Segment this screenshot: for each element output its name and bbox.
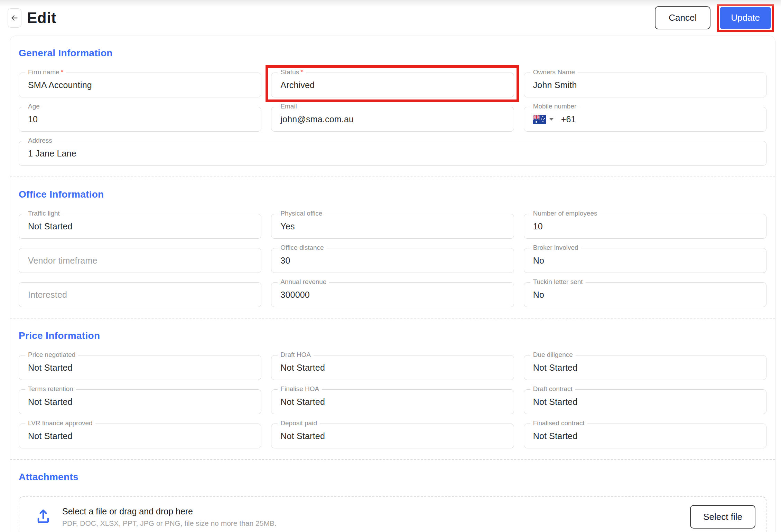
- field-label: Address: [25, 137, 55, 144]
- mobile-number-input[interactable]: Mobile number: [524, 107, 766, 132]
- firm-name-input[interactable]: Firm name* SMA Accounting: [19, 73, 261, 97]
- section-attachments: Attachments Select a file or drag and dr…: [10, 459, 775, 532]
- field-value: Not Started: [533, 431, 578, 441]
- update-button[interactable]: Update: [720, 7, 771, 29]
- required-asterisk: *: [61, 68, 63, 76]
- section-title: Price Information: [19, 330, 766, 341]
- field-label: Due diligence: [530, 351, 576, 359]
- section-office-information: Office Information Traffic light Not Sta…: [10, 177, 775, 318]
- edit-form-card: General Information Firm name* SMA Accou…: [10, 36, 775, 532]
- field-label: Owners Name: [530, 68, 578, 76]
- field-label: Deposit paid: [278, 419, 320, 427]
- field-label: Broker involved: [530, 244, 581, 251]
- section-title: Attachments: [19, 472, 766, 483]
- field-label: Price negotiated: [25, 351, 78, 359]
- due-diligence-input[interactable]: Due diligence Not Started: [524, 355, 766, 380]
- field-label: Terms retention: [25, 385, 76, 393]
- terms-retention-input[interactable]: Terms retention Not Started: [19, 389, 261, 414]
- field-label: LVR finance approved: [25, 419, 95, 427]
- age-input[interactable]: Age 10: [19, 107, 261, 132]
- field-label: Physical office: [278, 210, 325, 217]
- field-label: Mobile number: [530, 103, 579, 110]
- annual-revenue-input[interactable]: Annual revenue 300000: [271, 282, 514, 307]
- field-value: SMA Accounting: [28, 80, 92, 90]
- file-dropzone[interactable]: Select a file or drag and drop here PDF,…: [19, 496, 766, 532]
- field-value: John Smith: [533, 80, 577, 90]
- dial-code: +61: [561, 114, 576, 124]
- arrow-left-icon: [10, 13, 19, 22]
- field-label: Finalise HOA: [278, 385, 322, 393]
- dropzone-title: Select a file or drag and drop here: [62, 506, 277, 516]
- field-value: Not Started: [280, 431, 325, 441]
- field-label: Traffic light: [25, 210, 63, 217]
- field-label: Draft HOA: [278, 351, 314, 359]
- australia-flag-icon: [533, 115, 546, 124]
- office-distance-input[interactable]: Office distance 30: [271, 248, 514, 273]
- field-value: No: [533, 256, 544, 266]
- field-label: Age: [25, 103, 43, 110]
- required-asterisk: *: [300, 68, 303, 76]
- vendor-timeframe-input[interactable]: Vendor timeframe: [19, 248, 261, 273]
- draft-hoa-input[interactable]: Draft HOA Not Started: [271, 355, 514, 380]
- select-file-button[interactable]: Select file: [690, 505, 755, 529]
- field-placeholder: Vendor timeframe: [28, 256, 97, 266]
- field-label: Tuckin letter sent: [530, 278, 586, 286]
- section-price-information: Price Information Price negotiated Not S…: [10, 318, 775, 459]
- upload-icon: [36, 508, 50, 525]
- field-value: Not Started: [28, 363, 73, 373]
- section-title: General Information: [19, 48, 766, 59]
- field-value: 10: [28, 114, 38, 124]
- field-label: Number of employees: [530, 210, 600, 217]
- update-button-annotation: Update: [717, 4, 774, 32]
- field-label: Office distance: [278, 244, 326, 251]
- field-value: john@sma.com.au: [280, 114, 354, 124]
- finalise-hoa-input[interactable]: Finalise HOA Not Started: [271, 389, 514, 414]
- status-input[interactable]: Status* Archived: [271, 73, 514, 97]
- email-input[interactable]: Email john@sma.com.au: [271, 107, 514, 132]
- field-label: Status*: [278, 68, 306, 76]
- field-placeholder: Interested: [28, 290, 67, 300]
- field-value: Archived: [280, 80, 315, 90]
- field-label: Firm name*: [25, 68, 66, 76]
- finalised-contract-input[interactable]: Finalised contract Not Started: [524, 424, 766, 448]
- field-value: Not Started: [533, 397, 578, 407]
- field-label: Annual revenue: [278, 278, 329, 286]
- number-of-employees-input[interactable]: Number of employees 10: [524, 214, 766, 239]
- field-value: Not Started: [28, 431, 73, 441]
- field-value: 300000: [280, 290, 310, 300]
- physical-office-input[interactable]: Physical office Yes: [271, 214, 514, 239]
- field-label: Draft contract: [530, 385, 575, 393]
- tuckin-letter-sent-input[interactable]: Tuckin letter sent No: [524, 282, 766, 307]
- price-negotiated-input[interactable]: Price negotiated Not Started: [19, 355, 261, 380]
- lvr-finance-approved-input[interactable]: LVR finance approved Not Started: [19, 424, 261, 448]
- address-input[interactable]: Address 1 Jane Lane: [19, 141, 766, 166]
- deposit-paid-input[interactable]: Deposit paid Not Started: [271, 424, 514, 448]
- page-title: Edit: [27, 9, 56, 27]
- field-label: Email: [278, 103, 300, 110]
- broker-involved-input[interactable]: Broker involved No: [524, 248, 766, 273]
- traffic-light-input[interactable]: Traffic light Not Started: [19, 214, 261, 239]
- header-actions: Cancel Update: [655, 4, 774, 32]
- field-value: Not Started: [28, 397, 73, 407]
- draft-contract-input[interactable]: Draft contract Not Started: [524, 389, 766, 414]
- field-value: 10: [533, 221, 543, 231]
- interested-input[interactable]: Interested: [19, 282, 261, 307]
- section-general-information: General Information Firm name* SMA Accou…: [10, 36, 775, 177]
- field-value: Not Started: [280, 363, 325, 373]
- field-value: 30: [280, 256, 290, 266]
- dropzone-text: Select a file or drag and drop here PDF,…: [62, 506, 277, 528]
- field-value: Not Started: [533, 363, 578, 373]
- field-value: Yes: [280, 221, 295, 231]
- section-title: Office Information: [19, 189, 766, 200]
- country-dropdown-caret-icon[interactable]: [549, 118, 554, 121]
- field-label: Finalised contract: [530, 419, 587, 427]
- header: Edit Cancel Update: [0, 0, 781, 36]
- field-value: Not Started: [28, 221, 73, 231]
- owners-name-input[interactable]: Owners Name John Smith: [524, 73, 766, 97]
- dropzone-hint: PDF, DOC, XLSX, PPT, JPG or PNG, file si…: [62, 519, 277, 528]
- cancel-button[interactable]: Cancel: [655, 6, 710, 29]
- field-value: 1 Jane Lane: [28, 149, 76, 159]
- field-value: No: [533, 290, 544, 300]
- back-button[interactable]: [8, 8, 21, 28]
- field-value: Not Started: [280, 397, 325, 407]
